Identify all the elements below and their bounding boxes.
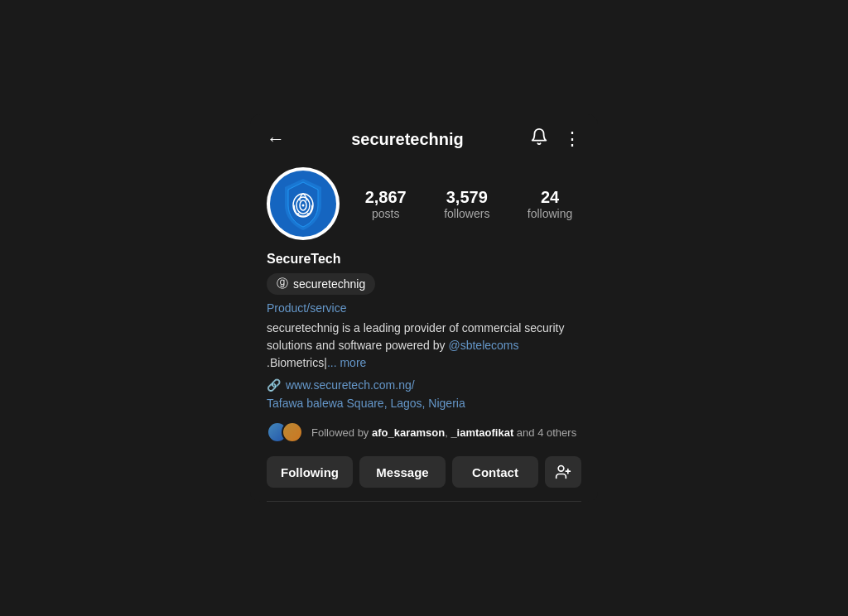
website-link[interactable]: www.securetech.com.ng/ — [286, 378, 415, 392]
following-stat[interactable]: 24 following — [528, 188, 572, 220]
threads-handle: securetechnig — [293, 277, 365, 291]
profile-section: 2,867 posts 3,579 followers 24 following — [250, 157, 598, 240]
posts-stat[interactable]: 2,867 posts — [365, 188, 407, 220]
following-label: following — [528, 207, 572, 220]
location-text: Tafawa balewa Square, Lagos, Nigeria — [267, 397, 581, 410]
action-buttons: Following Message Contact — [250, 456, 598, 501]
notification-icon[interactable] — [530, 128, 548, 151]
followers-label: followers — [444, 207, 489, 220]
link-icon: 🔗 — [267, 378, 281, 392]
mention-sbtelecom[interactable]: @sbtelecoms — [448, 339, 518, 352]
followed-by-text: Followed by afo_karamson, _iamtaofikat a… — [311, 426, 581, 439]
followers-stat[interactable]: 3,579 followers — [444, 188, 489, 220]
contact-button[interactable]: Contact — [452, 456, 538, 488]
message-button[interactable]: Message — [359, 456, 446, 488]
following-button[interactable]: Following — [267, 456, 353, 488]
profile-username: securetechnig — [351, 130, 464, 149]
followed-by-section: Followed by afo_karamson, _iamtaofikat a… — [250, 421, 598, 443]
more-options-icon[interactable]: ⋮ — [563, 128, 581, 150]
stats-row: 2,867 posts 3,579 followers 24 following — [356, 188, 581, 220]
follower-name-2[interactable]: _iamtaofikat — [450, 426, 513, 439]
header-icons: ⋮ — [530, 128, 581, 151]
threads-badge[interactable]: ⓖ securetechnig — [267, 273, 375, 295]
add-person-button[interactable] — [545, 456, 581, 488]
profile-top: 2,867 posts 3,579 followers 24 following — [267, 167, 581, 240]
following-count: 24 — [541, 188, 559, 207]
phone-frame: ← securetechnig ⋮ — [250, 114, 598, 502]
follower-name-1[interactable]: afo_karamson — [372, 426, 445, 439]
website-row: 🔗 www.securetech.com.ng/ — [267, 378, 581, 392]
svg-point-5 — [558, 466, 564, 472]
bio-section: SecureTech ⓖ securetechnig Product/servi… — [250, 252, 598, 410]
bio-text: securetechnig is a leading provider of c… — [267, 320, 581, 372]
category-label: Product/service — [267, 301, 581, 315]
more-link[interactable]: ... more — [327, 356, 366, 369]
posts-label: posts — [372, 207, 399, 220]
avatar — [267, 167, 340, 240]
followers-count: 3,579 — [446, 188, 488, 207]
posts-count: 2,867 — [365, 188, 407, 207]
back-button[interactable]: ← — [267, 128, 285, 150]
follower-avatar-2 — [282, 421, 303, 443]
display-name: SecureTech — [267, 252, 581, 267]
header: ← securetechnig ⋮ — [250, 114, 598, 157]
follower-avatars — [267, 421, 303, 443]
svg-point-4 — [302, 205, 305, 207]
threads-icon: ⓖ — [277, 277, 288, 291]
bottom-divider — [267, 501, 581, 502]
